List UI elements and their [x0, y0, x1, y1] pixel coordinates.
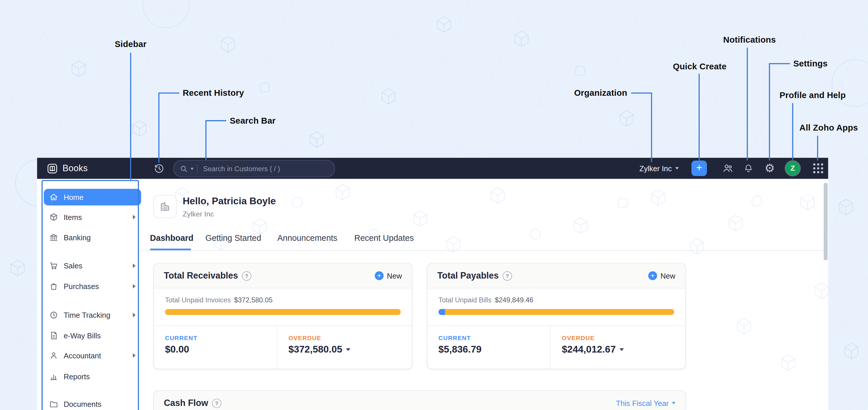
scrollbar-thumb[interactable]: [824, 183, 827, 260]
search-bar[interactable]: [173, 160, 335, 177]
tabs-divider: [141, 250, 824, 251]
annotation-settings-connector-v: [769, 63, 770, 161]
annotation-settings-label: Settings: [793, 59, 827, 68]
annotation-settings-connector-h: [769, 63, 790, 64]
current-column: CURRENT $0.00: [154, 326, 277, 369]
annotation-profile-help-label: Profile and Help: [779, 90, 846, 100]
annotation-search-bar-connector-v: [206, 120, 207, 160]
annotation-quick-create-connector: [699, 74, 700, 161]
organization-selector[interactable]: Zylker Inc: [640, 158, 679, 179]
payables-progress-bar: [438, 309, 674, 315]
greeting-title: Hello, Patricia Boyle: [183, 196, 276, 207]
sidebar-item-time-tracking[interactable]: Time Tracking: [44, 305, 141, 325]
search-scope-chevron-icon[interactable]: [190, 167, 193, 170]
sidebar-item-label: Documents: [64, 400, 101, 409]
receivables-progress-bar: [165, 309, 401, 315]
overdue-label: OVERDUE: [288, 335, 412, 341]
overdue-column: OVERDUE $244,012.67: [551, 326, 685, 369]
reports-chart-icon: [49, 372, 58, 381]
new-button-label: New: [387, 272, 402, 280]
current-label: CURRENT: [438, 335, 550, 341]
tab-recent-updates[interactable]: Recent Updates: [354, 233, 414, 250]
current-value: $5,836.79: [438, 344, 550, 355]
sidebar-item-documents[interactable]: Documents: [44, 394, 141, 410]
all-zoho-apps-button[interactable]: [813, 158, 823, 179]
card-header: Total Receivables ? + New: [154, 263, 412, 288]
eway-bill-document-icon: [49, 331, 58, 340]
help-icon[interactable]: ?: [242, 271, 251, 280]
annotation-sidebar-connector: [130, 53, 131, 180]
annotation-all-zoho-apps-label: All Zoho Apps: [800, 123, 858, 133]
overdue-dropdown-caret-icon[interactable]: [346, 348, 350, 351]
total-payables-card: Total Payables ? + New Total Unpaid Bill…: [427, 263, 686, 369]
progress-segment-overdue: [445, 309, 674, 315]
sidebar-item-label: Accountant: [64, 351, 101, 360]
tab-dashboard[interactable]: Dashboard: [150, 233, 193, 250]
sidebar-item-label: Time Tracking: [64, 311, 110, 319]
home-icon: [49, 193, 58, 202]
help-icon[interactable]: ?: [212, 399, 221, 408]
active-tab-underline: [150, 249, 191, 250]
card-header: Total Payables ? + New: [427, 263, 685, 288]
sidebar-item-sales[interactable]: Sales: [44, 256, 141, 276]
notifications-button[interactable]: [744, 158, 753, 179]
plus-icon: +: [648, 271, 657, 280]
tab-getting-started[interactable]: Getting Started: [206, 233, 261, 250]
purchases-bag-icon: [49, 282, 58, 291]
screenshot-stage: Sidebar Recent History Search Bar Organi…: [0, 0, 868, 410]
help-icon[interactable]: ?: [502, 271, 512, 280]
recent-history-icon: [154, 163, 164, 174]
new-receivable-button[interactable]: + New: [375, 271, 402, 280]
overdue-value: $244,012.67: [562, 344, 616, 355]
annotation-all-zoho-apps-connector: [817, 135, 818, 160]
items-icon: [49, 213, 58, 222]
chevron-right-icon: [133, 353, 136, 357]
clock-icon: [49, 311, 58, 319]
users-button[interactable]: [722, 158, 734, 179]
annotation-notifications-label: Notifications: [723, 35, 776, 45]
sidebar-item-banking[interactable]: Banking: [44, 227, 141, 248]
sidebar-item-label: Sales: [64, 262, 82, 270]
unpaid-summary: Total Unpaid Invoices $372,580.05: [165, 296, 401, 304]
unpaid-label: Total Unpaid Bills: [438, 296, 491, 304]
sidebar-item-purchases[interactable]: Purchases: [44, 276, 141, 296]
sales-cart-icon: [49, 261, 58, 271]
current-value: $0.00: [165, 344, 277, 355]
current-column: CURRENT $5,836.79: [427, 326, 551, 369]
sidebar-item-accountant[interactable]: Accountant: [44, 346, 141, 366]
card-footer: CURRENT $5,836.79 OVERDUE $244,012.67: [427, 325, 685, 369]
annotation-quick-create-label: Quick Create: [673, 62, 727, 71]
search-input[interactable]: [197, 165, 334, 172]
profile-avatar[interactable]: Z: [785, 161, 800, 176]
card-title: Cash Flow: [164, 398, 208, 408]
sidebar-item-label: Items: [64, 213, 82, 221]
sidebar-item-eway-bills[interactable]: e-Way Bills: [44, 325, 141, 346]
current-label: CURRENT: [165, 335, 277, 341]
fiscal-year-selector[interactable]: This Fiscal Year: [616, 399, 675, 407]
app-name: Books: [63, 163, 88, 173]
settings-button[interactable]: ⚙: [765, 158, 775, 179]
gear-icon: ⚙: [765, 163, 775, 174]
new-payable-button[interactable]: + New: [648, 271, 675, 280]
plus-icon: +: [375, 271, 384, 280]
annotation-profile-help-connector: [792, 103, 794, 160]
chevron-right-icon: [133, 215, 136, 219]
sidebar-item-label: Purchases: [64, 282, 99, 290]
overdue-dropdown-caret-icon[interactable]: [620, 348, 624, 351]
unpaid-summary: Total Unpaid Bills $249,849.46: [438, 296, 674, 304]
app-logo-group[interactable]: Books: [46, 158, 88, 179]
tab-announcements[interactable]: Announcements: [277, 233, 337, 250]
annotation-search-bar-connector-h: [206, 120, 226, 121]
sidebar-item-items[interactable]: Items: [44, 207, 141, 227]
sidebar-item-reports[interactable]: Reports: [44, 367, 141, 386]
overdue-column: OVERDUE $372,580.05: [277, 326, 412, 369]
banking-icon: [49, 233, 58, 242]
new-button-label: New: [660, 272, 675, 280]
card-title: Total Payables: [437, 271, 499, 281]
unpaid-label: Total Unpaid Invoices: [165, 296, 231, 304]
chevron-right-icon: [133, 263, 136, 268]
sidebar-item-home[interactable]: Home: [44, 189, 141, 206]
quick-create-button[interactable]: +: [691, 160, 707, 176]
card-footer: CURRENT $0.00 OVERDUE $372,580.05: [154, 325, 412, 369]
card-title: Total Receivables: [164, 271, 238, 281]
